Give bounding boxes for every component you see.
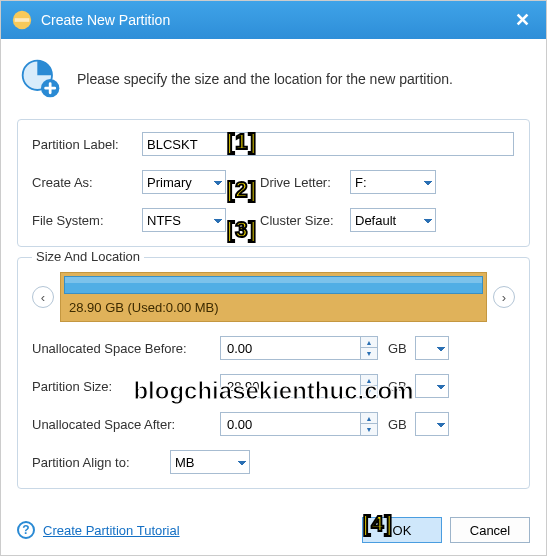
spin-down-icon[interactable]: ▼ bbox=[361, 424, 377, 435]
partition-size-label: Partition Size: bbox=[32, 379, 220, 394]
partition-label-label: Partition Label: bbox=[32, 137, 142, 152]
partition-size-spinner[interactable]: ▲▼ bbox=[220, 374, 378, 398]
shrink-left-button[interactable]: ‹ bbox=[32, 286, 54, 308]
drive-letter-select[interactable]: F: bbox=[350, 170, 436, 194]
space-after-spinner[interactable]: ▲▼ bbox=[220, 412, 378, 436]
partition-caption: 28.90 GB (Used:0.00 MB) bbox=[61, 294, 486, 321]
create-as-select[interactable]: Primary bbox=[142, 170, 226, 194]
space-before-input[interactable] bbox=[220, 336, 360, 360]
unit-select-size[interactable] bbox=[415, 374, 449, 398]
window-title: Create New Partition bbox=[41, 12, 509, 28]
close-button[interactable]: ✕ bbox=[509, 9, 536, 31]
spin-up-icon[interactable]: ▲ bbox=[361, 413, 377, 424]
svg-rect-1 bbox=[15, 18, 30, 22]
cancel-button[interactable]: Cancel bbox=[450, 517, 530, 543]
unit-label: GB bbox=[388, 379, 407, 394]
shrink-right-button[interactable]: › bbox=[493, 286, 515, 308]
align-to-label: Partition Align to: bbox=[32, 455, 170, 470]
partition-size-input[interactable] bbox=[220, 374, 360, 398]
create-as-label: Create As: bbox=[32, 175, 142, 190]
spin-down-icon[interactable]: ▼ bbox=[361, 348, 377, 359]
app-icon bbox=[11, 9, 33, 31]
file-system-label: File System: bbox=[32, 213, 142, 228]
spin-up-icon[interactable]: ▲ bbox=[361, 375, 377, 386]
form-section: Partition Label: Create As: Primary Driv… bbox=[17, 119, 530, 247]
unit-select-before[interactable] bbox=[415, 336, 449, 360]
partition-label-input[interactable] bbox=[142, 132, 514, 156]
spin-down-icon[interactable]: ▼ bbox=[361, 386, 377, 397]
drive-letter-label: Drive Letter: bbox=[260, 175, 350, 190]
cluster-size-label: Cluster Size: bbox=[260, 213, 350, 228]
space-after-input[interactable] bbox=[220, 412, 360, 436]
footer: ? Create Partition Tutorial OK Cancel bbox=[1, 507, 546, 555]
align-to-select[interactable]: MB bbox=[170, 450, 250, 474]
ok-button[interactable]: OK bbox=[362, 517, 442, 543]
size-location-legend: Size And Location bbox=[32, 249, 144, 264]
file-system-select[interactable]: NTFS bbox=[142, 208, 226, 232]
help-icon[interactable]: ? bbox=[17, 521, 35, 539]
cluster-size-select[interactable]: Default bbox=[350, 208, 436, 232]
space-before-label: Unallocated Space Before: bbox=[32, 341, 220, 356]
partition-add-icon bbox=[19, 57, 63, 101]
unit-select-after[interactable] bbox=[415, 412, 449, 436]
space-after-label: Unallocated Space After: bbox=[32, 417, 220, 432]
unit-label: GB bbox=[388, 417, 407, 432]
titlebar: Create New Partition ✕ bbox=[1, 1, 546, 39]
tutorial-link[interactable]: Create Partition Tutorial bbox=[43, 523, 180, 538]
partition-bar bbox=[64, 276, 483, 294]
unit-label: GB bbox=[388, 341, 407, 356]
info-bar: Please specify the size and the location… bbox=[1, 39, 546, 115]
partition-visual[interactable]: 28.90 GB (Used:0.00 MB) bbox=[60, 272, 487, 322]
space-before-spinner[interactable]: ▲▼ bbox=[220, 336, 378, 360]
spin-up-icon[interactable]: ▲ bbox=[361, 337, 377, 348]
intro-text: Please specify the size and the location… bbox=[77, 71, 453, 87]
size-location-fieldset: Size And Location ‹ 28.90 GB (Used:0.00 … bbox=[17, 257, 530, 489]
